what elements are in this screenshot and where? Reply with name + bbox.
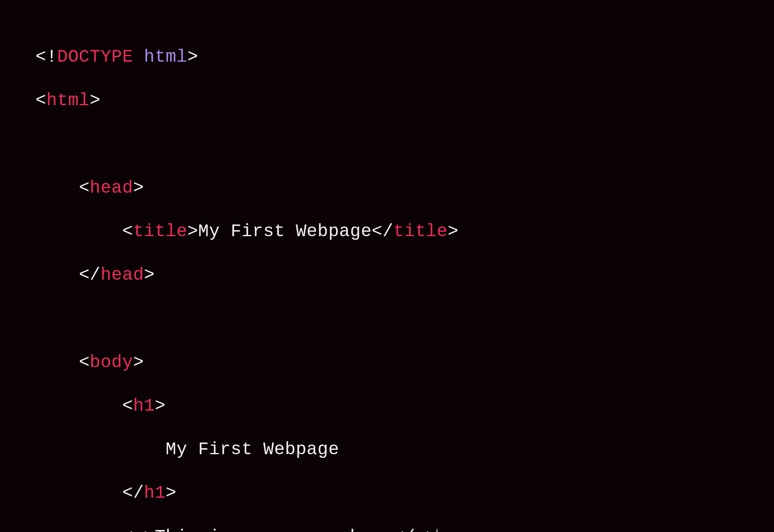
bracket-close: > <box>144 265 155 285</box>
bracket-open: </ <box>122 483 144 503</box>
bracket-open: < <box>79 352 90 372</box>
bracket-open: < <box>122 527 133 532</box>
bracket-close: > <box>166 483 177 503</box>
html-keyword: html <box>144 47 187 67</box>
h1-close-tag: h1 <box>144 483 166 503</box>
code-line-12[interactable]: <p>This is a paragraph...</p> <box>35 526 774 532</box>
p-tag: p <box>133 527 144 532</box>
bracket-open: <! <box>35 47 57 67</box>
code-line-8[interactable]: <body> <box>35 351 774 373</box>
code-line-9[interactable]: <h1> <box>35 395 774 417</box>
code-line-10[interactable]: My First Webpage <box>35 438 774 460</box>
bracket-close: > <box>187 47 198 67</box>
text-cursor-icon <box>437 529 437 532</box>
h1-tag: h1 <box>133 396 155 416</box>
code-line-7[interactable] <box>35 308 774 329</box>
bracket-close: > <box>144 527 155 532</box>
bracket-close: > <box>90 90 101 110</box>
bracket-open: < <box>122 221 133 241</box>
p-close-tag: p <box>415 527 426 532</box>
title-close-tag: title <box>393 221 448 241</box>
code-line-4[interactable]: <head> <box>35 177 774 199</box>
code-line-1[interactable]: <!DOCTYPE html> <box>35 46 774 68</box>
bracket-open: </ <box>372 221 393 241</box>
bracket-open: </ <box>393 527 415 532</box>
space <box>133 47 144 67</box>
code-line-5[interactable]: <title>My First Webpage</title> <box>35 220 774 242</box>
body-tag: body <box>90 352 133 372</box>
code-editor[interactable]: <!DOCTYPE html> <html> <head> <title>My … <box>35 24 774 532</box>
title-tag: title <box>133 221 187 241</box>
bracket-open: < <box>35 90 46 110</box>
code-line-11[interactable]: </h1> <box>35 482 774 504</box>
p-text: This is a paragraph... <box>155 527 393 532</box>
bracket-close: > <box>133 178 144 198</box>
bracket-open: < <box>122 396 133 416</box>
code-line-2[interactable]: <html> <box>35 89 774 111</box>
code-line-6[interactable]: </head> <box>35 264 774 286</box>
bracket-open: </ <box>79 265 101 285</box>
bracket-close: > <box>155 396 166 416</box>
head-close-tag: head <box>100 265 144 285</box>
doctype-keyword: DOCTYPE <box>57 47 133 67</box>
bracket-close: > <box>133 352 144 372</box>
bracket-close: > <box>447 221 458 241</box>
bracket-open: < <box>79 178 90 198</box>
code-line-3[interactable] <box>35 133 774 155</box>
title-text: My First Webpage <box>198 221 372 241</box>
html-tag: html <box>46 90 90 110</box>
h1-text: My First Webpage <box>166 439 339 459</box>
bracket-close: > <box>187 221 198 241</box>
bracket-close: > <box>426 527 437 532</box>
head-tag: head <box>90 178 133 198</box>
